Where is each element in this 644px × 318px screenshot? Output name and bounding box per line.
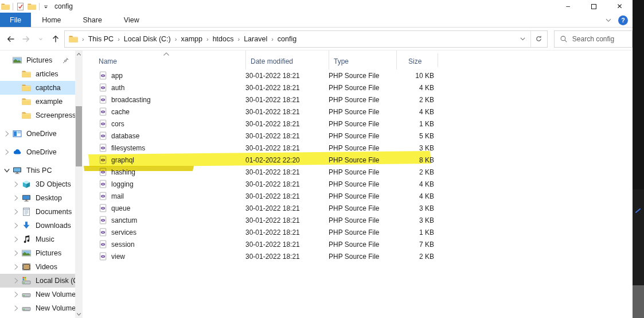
help-icon[interactable]: ? (618, 15, 628, 25)
file-list: app30-01-2022 18:21PHP Source File10 KBa… (84, 69, 633, 262)
chevron-spacer (11, 69, 21, 79)
file-row-filesystems[interactable]: filesystems30-01-2022 18:21PHP Source Fi… (84, 142, 633, 154)
sidebar-scrollbar[interactable] (75, 51, 83, 318)
column-header-date-modified[interactable]: Date modified (245, 51, 329, 69)
address-bar[interactable]: › This PC›Local Disk (C:)›xampp›htdocs›L… (64, 30, 548, 48)
file-name: app (111, 72, 123, 80)
address-dropdown-icon[interactable] (516, 31, 530, 47)
chevron-right-icon[interactable] (11, 276, 21, 285)
folder-icon (22, 97, 31, 106)
column-header-size[interactable]: Size (396, 51, 438, 69)
sidebar-item-label: captcha (36, 84, 61, 92)
file-name: services (111, 228, 136, 236)
back-icon[interactable] (5, 32, 17, 46)
search-input[interactable] (572, 35, 632, 43)
sidebar-item-this-pc[interactable]: This PC (0, 164, 75, 177)
column-header-type[interactable]: Type (329, 51, 396, 69)
chevron-right-icon[interactable] (11, 221, 21, 230)
file-row-mail[interactable]: mail30-01-2022 18:21PHP Source File4 KB (84, 190, 633, 202)
refresh-icon[interactable] (530, 31, 547, 47)
file-name: cors (111, 120, 124, 128)
file-row-hashing[interactable]: hashing30-01-2022 18:21PHP Source File2 … (84, 166, 633, 178)
date-modified: 30-01-2022 18:21 (245, 96, 329, 104)
file-row-session[interactable]: session30-01-2022 18:21PHP Source File7 … (84, 238, 633, 250)
scrollbar-down-icon[interactable] (75, 311, 83, 318)
chevron-right-icon[interactable] (11, 193, 21, 203)
sidebar-item-pictures[interactable]: Pictures (0, 246, 75, 260)
file-row-cors[interactable]: cors30-01-2022 18:21PHP Source File1 KB (84, 118, 633, 130)
chevron-right-icon[interactable] (11, 290, 21, 299)
chevron-right-icon[interactable] (11, 235, 21, 244)
sidebar-item-new-volume-d[interactable]: New Volume (D:) (0, 288, 75, 301)
file-row-database[interactable]: database30-01-2022 18:21PHP Source File5… (84, 130, 633, 142)
chevron-down-icon[interactable] (2, 166, 11, 175)
sidebar-item-documents[interactable]: Documents (0, 205, 75, 219)
check-document-icon[interactable] (16, 2, 25, 11)
file-row-auth[interactable]: auth30-01-2022 18:21PHP Source File4 KB (84, 82, 633, 94)
file-size: 1 KB (396, 120, 438, 128)
file-row-logging[interactable]: logging30-01-2022 18:21PHP Source File4 … (84, 178, 633, 190)
sidebar-item-onedrive[interactable]: OneDrive (0, 127, 75, 141)
sidebar-item-videos[interactable]: Videos (0, 260, 75, 274)
file-row-queue[interactable]: queue30-01-2022 18:21PHP Source File3 KB (84, 202, 633, 214)
chevron-right-icon[interactable] (11, 180, 21, 189)
breadcrumb-item[interactable]: htdocs (210, 35, 236, 43)
php-file-icon (99, 107, 107, 116)
chevron-right-icon[interactable] (11, 249, 21, 258)
chevron-right-icon[interactable] (2, 148, 11, 157)
scrollbar-up-icon[interactable] (75, 51, 83, 58)
sidebar-item-desktop[interactable]: Desktop (0, 191, 75, 205)
sidebar-item-3d-objects[interactable]: 3D Objects (0, 177, 75, 191)
sidebar-item-captcha[interactable]: captcha (0, 81, 75, 95)
close-button[interactable]: ✕ (607, 0, 633, 13)
file-row-services[interactable]: services30-01-2022 18:21PHP Source File1… (84, 226, 633, 238)
minimize-button[interactable]: – (555, 0, 581, 13)
file-type: PHP Source File (329, 72, 396, 80)
window-title: config (54, 2, 73, 10)
sidebar-item-pictures[interactable]: Pictures (0, 53, 75, 67)
chevron-right-icon[interactable] (11, 207, 21, 216)
sidebar-item-downloads[interactable]: Downloads (0, 219, 75, 232)
file-row-cache[interactable]: cache30-01-2022 18:21PHP Source File4 KB (84, 106, 633, 118)
scrollbar-thumb[interactable] (76, 106, 82, 166)
breadcrumb-item[interactable]: config (275, 35, 299, 43)
folder-icon[interactable] (28, 2, 36, 11)
sidebar-item-label: New Volume (D:) (36, 290, 75, 298)
search-box[interactable] (554, 30, 633, 48)
file-row-app[interactable]: app30-01-2022 18:21PHP Source File10 KB (84, 69, 633, 82)
sidebar-item-new-volume-e[interactable]: New Volume (E:) (0, 301, 75, 315)
qat-dropdown-icon[interactable] (42, 2, 49, 11)
maximize-button[interactable] (581, 0, 607, 13)
tab-share[interactable]: Share (72, 13, 113, 27)
tab-home[interactable]: Home (31, 13, 72, 27)
file-row-view[interactable]: view30-01-2022 18:21PHP Source File2 KB (84, 250, 633, 262)
breadcrumb-item[interactable]: This PC (86, 35, 116, 43)
tab-file[interactable]: File (0, 13, 31, 27)
sidebar-item-local-disk-c[interactable]: Local Disk (C:) (0, 274, 75, 288)
sidebar-item-articles[interactable]: articles (0, 67, 75, 81)
3d-objects-icon (22, 180, 31, 189)
chevron-right-icon[interactable] (11, 304, 21, 313)
sidebar-tree: PicturesarticlescaptchaexampleScreenpres… (0, 51, 84, 315)
column-header-name[interactable]: Name (99, 51, 245, 69)
file-row-graphql[interactable]: graphql01-02-2022 22:20PHP Source File8 … (84, 154, 633, 166)
file-row-sanctum[interactable]: sanctum30-01-2022 18:21PHP Source File3 … (84, 214, 633, 226)
sidebar-item-label: example (36, 98, 63, 106)
breadcrumb-item[interactable]: Local Disk (C:) (122, 35, 173, 43)
sidebar-item-screenpresso[interactable]: Screenpresso (0, 108, 75, 122)
up-icon[interactable] (49, 32, 62, 46)
breadcrumb-item[interactable]: Laravel (241, 35, 270, 43)
folder-icon[interactable] (1, 2, 10, 11)
file-name: view (111, 253, 125, 261)
collapse-ribbon-icon[interactable] (604, 16, 612, 24)
sidebar-item-music[interactable]: Music (0, 232, 75, 246)
chevron-right-icon[interactable] (11, 262, 21, 272)
chevron-right-icon[interactable] (2, 129, 11, 138)
sidebar-item-example[interactable]: example (0, 95, 75, 108)
breadcrumb-item[interactable]: xampp (178, 35, 205, 43)
sidebar-item-onedrive[interactable]: OneDrive (0, 145, 75, 159)
php-file-icon (99, 252, 107, 261)
file-row-broadcasting[interactable]: broadcasting30-01-2022 18:21PHP Source F… (84, 94, 633, 106)
history-dropdown-icon[interactable] (34, 32, 47, 46)
tab-view[interactable]: View (113, 13, 150, 27)
